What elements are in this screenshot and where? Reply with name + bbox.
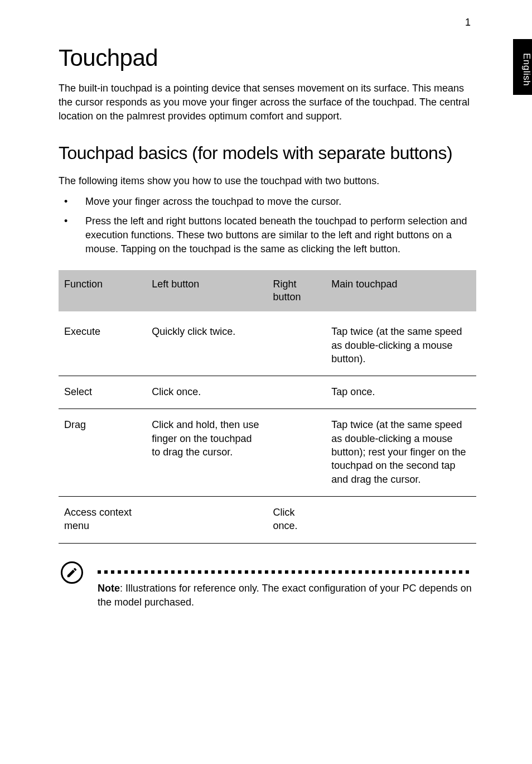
- table-cell: Execute: [59, 311, 146, 376]
- note-body: : Illustrations for reference only. The …: [98, 583, 472, 608]
- table-row: Execute Quickly click twice. Tap twice (…: [59, 311, 476, 376]
- table-cell: Quickly click twice.: [146, 311, 267, 376]
- language-tab: English: [513, 39, 532, 95]
- bullet-list: Move your finger across the touchpad to …: [59, 195, 476, 257]
- table-row: Drag Click and hold, then use finger on …: [59, 409, 476, 496]
- table-cell: [267, 311, 326, 376]
- table-header-left-button: Left button: [146, 270, 267, 312]
- table-cell: Drag: [59, 409, 146, 496]
- table-header-function: Function: [59, 270, 146, 312]
- dotted-divider: [98, 560, 476, 574]
- note-block: Note: Illustrations for reference only. …: [59, 560, 476, 609]
- table-cell: Tap twice (at the same speed as double-c…: [326, 409, 476, 496]
- table-row: Access context menu Click once.: [59, 496, 476, 543]
- table-cell: [146, 496, 267, 543]
- table-cell: Click and hold, then use finger on the t…: [146, 409, 267, 496]
- table-cell: Click once.: [146, 376, 267, 409]
- note-text: Note: Illustrations for reference only. …: [98, 582, 476, 609]
- touchpad-functions-table: Function Left button Right button Main t…: [59, 270, 476, 544]
- note-label: Note: [98, 583, 120, 594]
- table-cell: Tap once.: [326, 376, 476, 409]
- table-cell: Select: [59, 376, 146, 409]
- table-header-main-touchpad: Main touchpad: [326, 270, 476, 312]
- table-cell: [267, 409, 326, 496]
- section-heading: Touchpad basics (for models with separat…: [59, 142, 476, 164]
- table-cell: [326, 496, 476, 543]
- table-cell: Access context menu: [59, 496, 146, 543]
- note-content: Note: Illustrations for reference only. …: [98, 560, 476, 609]
- table-cell: Tap twice (at the same speed as double-c…: [326, 311, 476, 376]
- document-page: 1 English Touchpad The built-in touchpad…: [0, 0, 532, 643]
- note-icon-wrap: [59, 560, 98, 584]
- table-cell: [267, 376, 326, 409]
- list-item: Move your finger across the touchpad to …: [59, 195, 476, 209]
- list-item: Press the left and right buttons located…: [59, 214, 476, 257]
- pencil-icon: [66, 566, 78, 579]
- table-row: Select Click once. Tap once.: [59, 376, 476, 409]
- page-number: 1: [465, 17, 471, 28]
- table-cell: Click once.: [267, 496, 326, 543]
- intro-paragraph: The built-in touchpad is a pointing devi…: [59, 81, 476, 124]
- table-header-right-button: Right button: [267, 270, 326, 312]
- page-title: Touchpad: [59, 45, 476, 71]
- note-icon: [61, 561, 83, 584]
- section-paragraph: The following items show you how to use …: [59, 174, 476, 188]
